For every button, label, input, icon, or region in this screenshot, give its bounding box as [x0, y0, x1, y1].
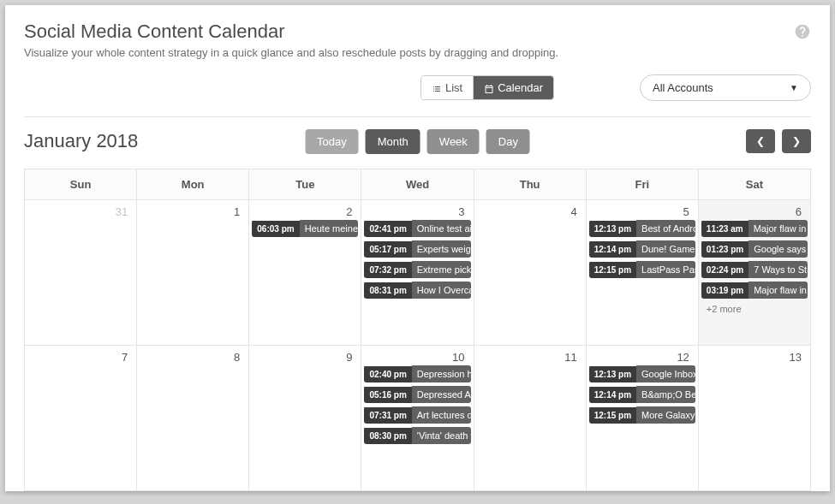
event-title: How I Overcame [412, 282, 471, 299]
day-number: 11 [474, 346, 586, 365]
calendar-event[interactable]: 12:14 pmDune! Game App [589, 240, 695, 258]
calendar-event[interactable]: 12:13 pmBest of Android 2 [589, 220, 695, 237]
event-time: 05:16 pm [364, 387, 411, 403]
event-time: 08:30 pm [364, 428, 411, 444]
week-button[interactable]: Week [427, 129, 480, 154]
calendar-event[interactable]: 05:16 pmDepressed Asian [364, 386, 470, 403]
event-title: Google says Assi [749, 240, 808, 258]
calendar-day-cell[interactable]: 13 [698, 346, 810, 491]
calendar-day-cell[interactable]: 302:41 pmOnline test aims05:17 pmExperts… [361, 200, 474, 346]
day-number: 31 [25, 200, 136, 220]
weekday-header: Tue [249, 169, 361, 200]
range-controls: Today Month Week Day [305, 129, 530, 154]
calendar-week-row: 311206:03 pmHeute meine Top302:41 pmOnli… [25, 200, 811, 346]
calendar-event[interactable]: 08:31 pmHow I Overcame [364, 282, 470, 299]
events-container: 11:23 amMajor flaw in mill01:23 pmGoogle… [699, 220, 810, 316]
event-title: 'Vinta' death toll l [412, 427, 471, 444]
event-title: LastPass Passwo [636, 261, 695, 278]
day-number: 10 [361, 346, 473, 365]
calendar-day-cell[interactable]: 11 [474, 346, 586, 491]
caret-down-icon: ▼ [790, 83, 798, 92]
events-container: 12:13 pmBest of Android 212:14 pmDune! G… [587, 220, 698, 278]
event-title: Google Inbox will [636, 365, 695, 382]
page-header: Social Media Content Calendar Visualize … [24, 21, 811, 59]
chevron-left-icon: ❮ [756, 135, 765, 147]
calendar-view-button[interactable]: Calendar [474, 76, 553, 99]
calendar-grid: SunMonTueWedThuFriSat 311206:03 pmHeute … [24, 169, 811, 491]
calendar-event[interactable]: 06:03 pmHeute meine Top [252, 220, 358, 237]
view-toggle: List Calendar [420, 75, 554, 100]
help-icon[interactable] [794, 21, 811, 40]
day-number: 7 [25, 346, 136, 365]
events-container: 12:13 pmGoogle Inbox will12:14 pmB&amp;O… [587, 365, 698, 424]
day-number: 8 [137, 346, 248, 365]
calendar-event[interactable]: 12:14 pmB&amp;O Beoplay [589, 386, 695, 403]
account-select[interactable]: All Accounts ▼ [640, 74, 811, 101]
calendar-event[interactable]: 12:13 pmGoogle Inbox will [589, 365, 695, 382]
calendar-event[interactable]: 08:30 pm'Vinta' death toll l [364, 427, 470, 444]
calendar-event[interactable]: 02:41 pmOnline test aims [364, 220, 470, 237]
calendar-day-cell[interactable]: 31 [25, 200, 137, 346]
event-title: More Galaxy S9 F [636, 406, 695, 424]
day-number: 9 [249, 346, 361, 365]
next-button[interactable]: ❯ [782, 129, 811, 153]
divider [24, 116, 811, 117]
event-time: 08:31 pm [364, 282, 411, 299]
calendar-event[interactable]: 02:24 pm7 Ways to Stay Fi [701, 261, 808, 278]
calendar-day-cell[interactable]: 206:03 pmHeute meine Top [249, 200, 361, 346]
app-container: Social Media Content Calendar Visualize … [5, 5, 830, 491]
event-title: Heute meine Top [300, 220, 359, 237]
calendar-day-cell[interactable]: 1212:13 pmGoogle Inbox will12:14 pmB&amp… [586, 346, 698, 491]
calendar-event[interactable]: 02:40 pmDepression https [364, 365, 470, 382]
event-title: Depression https [412, 365, 471, 382]
calendar-icon [484, 81, 494, 94]
day-button[interactable]: Day [486, 129, 530, 154]
day-number: 13 [699, 346, 810, 365]
calendar-event[interactable]: 01:23 pmGoogle says Assi [701, 240, 808, 258]
calendar-event[interactable]: 07:31 pmArt lectures detai [364, 406, 470, 424]
calendar-day-cell[interactable]: 9 [249, 346, 361, 491]
weekday-header: Sat [698, 169, 810, 200]
today-button[interactable]: Today [305, 129, 359, 154]
calendar-day-cell[interactable]: 1002:40 pmDepression https05:16 pmDepres… [361, 346, 474, 491]
event-title: Extreme picky ea [412, 261, 471, 278]
calendar-day-cell[interactable]: 8 [137, 346, 249, 491]
events-container: 02:41 pmOnline test aims05:17 pmExperts … [361, 220, 473, 299]
event-time: 12:14 pm [589, 387, 636, 403]
more-events-link[interactable]: +2 more [701, 302, 808, 316]
event-time: 11:23 am [701, 221, 749, 237]
calendar-event[interactable]: 03:19 pmMajor flaw in mill [701, 282, 808, 299]
event-time: 12:15 pm [589, 262, 636, 278]
calendar-week-row: 7891002:40 pmDepression https05:16 pmDep… [25, 346, 811, 491]
calendar-day-cell[interactable]: 512:13 pmBest of Android 212:14 pmDune! … [586, 200, 698, 346]
calendar-event[interactable]: 12:15 pmLastPass Passwo [589, 261, 695, 278]
calendar-event[interactable]: 07:32 pmExtreme picky ea [364, 261, 470, 278]
calendar-event[interactable]: 05:17 pmExperts weigh in [364, 240, 470, 258]
calendar-view-label: Calendar [498, 81, 543, 94]
calendar-event[interactable]: 11:23 amMajor flaw in mill [701, 220, 808, 237]
event-title: Art lectures detai [412, 406, 471, 424]
event-time: 05:17 pm [364, 241, 411, 258]
page-subtitle: Visualize your whole content strategy in… [24, 46, 558, 59]
prev-button[interactable]: ❮ [746, 129, 775, 153]
month-title: January 2018 [24, 130, 138, 152]
weekday-header: Mon [137, 169, 249, 200]
calendar-day-cell[interactable]: 1 [137, 200, 249, 346]
events-container: 02:40 pmDepression https05:16 pmDepresse… [361, 365, 473, 444]
calendar-day-cell[interactable]: 4 [474, 200, 586, 346]
weekday-header: Sun [25, 169, 137, 200]
event-title: Experts weigh in [412, 240, 471, 258]
event-title: Major flaw in mill [749, 282, 808, 299]
event-title: Depressed Asian [412, 386, 471, 403]
list-view-button[interactable]: List [421, 76, 474, 99]
day-number: 5 [587, 200, 698, 220]
calendar-day-cell[interactable]: 7 [25, 346, 137, 491]
events-container: 06:03 pmHeute meine Top [249, 220, 361, 237]
controls-row: List Calendar All Accounts ▼ [24, 74, 811, 101]
calendar-day-cell[interactable]: 611:23 amMajor flaw in mill01:23 pmGoogl… [698, 200, 810, 346]
calendar-toolbar: January 2018 Today Month Week Day ❮ ❯ [24, 129, 811, 153]
month-button[interactable]: Month [366, 129, 420, 154]
event-time: 07:32 pm [364, 262, 411, 278]
calendar-event[interactable]: 12:15 pmMore Galaxy S9 F [589, 406, 695, 424]
weekday-header: Thu [474, 169, 586, 200]
